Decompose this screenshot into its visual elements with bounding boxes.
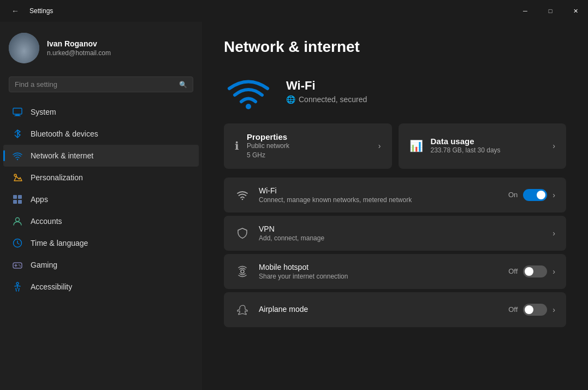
wifi-setting-sub: Connect, manage known networks, metered …: [259, 196, 500, 204]
properties-icon: ℹ: [235, 139, 239, 152]
sidebar-item-accessibility[interactable]: Accessibility: [3, 276, 199, 298]
sidebar-item-personalization[interactable]: Personalization: [3, 167, 199, 188]
maximize-button[interactable]: □: [538, 0, 563, 22]
properties-sub: Public network 5 GHz: [247, 141, 371, 160]
data-usage-card[interactable]: 📊 Data usage 233.78 GB, last 30 days ›: [399, 123, 567, 169]
wifi-setting-title: Wi-Fi: [259, 186, 500, 195]
svg-rect-0: [13, 108, 22, 114]
app-body: Ivan Roganov n.urked@hotmail.com 🔍: [0, 22, 588, 390]
search-box: 🔍: [9, 76, 193, 92]
content-area: Network & internet Wi-Fi 🌐 Connected, se…: [202, 22, 588, 390]
sidebar-item-label-accessibility: Accessibility: [31, 282, 72, 291]
system-icon: [12, 107, 23, 117]
sidebar-item-label-personalization: Personalization: [31, 173, 83, 182]
sidebar-item-time[interactable]: Time & language: [3, 232, 199, 254]
wifi-setting-right: On ›: [508, 189, 555, 201]
user-info: Ivan Roganov n.urked@hotmail.com: [47, 39, 111, 57]
gaming-icon: [12, 259, 23, 270]
back-button[interactable]: ←: [7, 2, 24, 20]
sidebar-item-gaming[interactable]: Gaming: [3, 254, 199, 276]
airplane-setting-title: Airplane mode: [259, 305, 500, 314]
apps-icon: [12, 194, 23, 205]
hotspot-setting-row[interactable]: Mobile hotspot Share your internet conne…: [224, 254, 566, 289]
user-email: n.urked@hotmail.com: [47, 49, 111, 57]
sidebar-item-label-gaming: Gaming: [31, 261, 57, 269]
svg-rect-8: [18, 200, 22, 204]
search-input[interactable]: [15, 80, 175, 88]
hotspot-toggle[interactable]: [523, 265, 547, 277]
vpn-setting-sub: Add, connect, manage: [259, 234, 544, 242]
svg-point-19: [241, 270, 244, 273]
svg-rect-6: [18, 195, 22, 199]
nav-menu: System Bluetooth & devices: [0, 101, 202, 298]
wifi-name: Wi-Fi: [286, 79, 367, 93]
svg-point-4: [14, 174, 16, 176]
svg-point-17: [246, 104, 251, 109]
user-profile[interactable]: Ivan Roganov n.urked@hotmail.com: [0, 22, 202, 72]
properties-content: Properties Public network 5 GHz: [247, 132, 371, 160]
sidebar-item-accounts[interactable]: Accounts: [3, 210, 199, 232]
wifi-toggle-knob: [537, 191, 545, 199]
properties-card[interactable]: ℹ Properties Public network 5 GHz ›: [224, 123, 392, 169]
user-name: Ivan Roganov: [47, 39, 111, 48]
wifi-status-text: Connected, secured: [299, 95, 367, 104]
sidebar-item-label-network: Network & internet: [31, 151, 93, 160]
svg-point-16: [16, 282, 19, 285]
svg-rect-7: [13, 200, 17, 204]
minimize-button[interactable]: ─: [513, 0, 538, 22]
vpn-setting-title: VPN: [259, 224, 544, 233]
hotspot-setting-content: Mobile hotspot Share your internet conne…: [259, 263, 500, 280]
wifi-toggle[interactable]: [523, 189, 547, 201]
accounts-icon: [12, 216, 23, 227]
vpn-chevron-icon: ›: [553, 229, 555, 238]
search-container: 🔍: [0, 72, 202, 101]
vpn-setting-row[interactable]: VPN Add, connect, manage ›: [224, 216, 566, 251]
svg-rect-5: [13, 195, 17, 199]
properties-chevron-icon: ›: [378, 141, 381, 150]
time-icon: [12, 238, 23, 249]
wifi-toggle-label: On: [508, 191, 518, 199]
wifi-setting-row[interactable]: Wi-Fi Connect, manage known networks, me…: [224, 178, 566, 212]
sidebar-item-system[interactable]: System: [3, 101, 199, 123]
wifi-hero: Wi-Fi 🌐 Connected, secured: [224, 72, 566, 110]
hotspot-setting-right: Off ›: [508, 265, 555, 277]
sidebar-item-apps[interactable]: Apps: [3, 188, 199, 210]
wifi-info: Wi-Fi 🌐 Connected, secured: [286, 79, 367, 104]
airplane-toggle[interactable]: [523, 304, 547, 316]
sidebar-item-label-time: Time & language: [31, 239, 88, 247]
svg-point-14: [19, 264, 20, 265]
airplane-setting-row[interactable]: Airplane mode Off ›: [224, 292, 566, 327]
airplane-setting-content: Airplane mode: [259, 305, 500, 315]
titlebar-title: Settings: [29, 7, 53, 15]
titlebar: ← Settings ─ □ ✕: [0, 0, 588, 22]
airplane-chevron-icon: ›: [553, 305, 555, 314]
wifi-status: 🌐 Connected, secured: [286, 95, 367, 104]
sidebar-item-label-apps: Apps: [31, 195, 48, 204]
svg-rect-2: [14, 116, 21, 116]
search-icon: 🔍: [179, 81, 187, 88]
data-usage-chevron-icon: ›: [553, 141, 555, 150]
wifi-setting-content: Wi-Fi Connect, manage known networks, me…: [259, 186, 500, 204]
sidebar-item-label-bluetooth: Bluetooth & devices: [31, 129, 98, 138]
close-button[interactable]: ✕: [563, 0, 588, 22]
data-usage-content: Data usage 233.78 GB, last 30 days: [431, 137, 545, 155]
svg-point-18: [242, 198, 243, 200]
hotspot-chevron-icon: ›: [553, 267, 555, 276]
titlebar-left: ← Settings: [7, 2, 53, 20]
sidebar-item-label-accounts: Accounts: [31, 217, 62, 226]
airplane-setting-right: Off ›: [508, 304, 555, 316]
wifi-setting-icon: [235, 190, 250, 200]
hotspot-setting-sub: Share your internet connection: [259, 273, 500, 280]
status-globe-icon: 🌐: [286, 95, 295, 104]
hotspot-setting-icon: [235, 265, 250, 277]
sidebar-item-bluetooth[interactable]: Bluetooth & devices: [3, 123, 199, 145]
data-usage-title: Data usage: [431, 137, 545, 146]
bluetooth-icon: [12, 128, 23, 139]
vpn-setting-right: ›: [553, 229, 555, 238]
vpn-setting-content: VPN Add, connect, manage: [259, 224, 544, 242]
personalization-icon: [12, 172, 23, 183]
sidebar: Ivan Roganov n.urked@hotmail.com 🔍: [0, 22, 202, 390]
network-icon: [12, 150, 23, 161]
sidebar-item-network[interactable]: Network & internet: [3, 145, 199, 167]
hotspot-toggle-knob: [525, 267, 533, 276]
